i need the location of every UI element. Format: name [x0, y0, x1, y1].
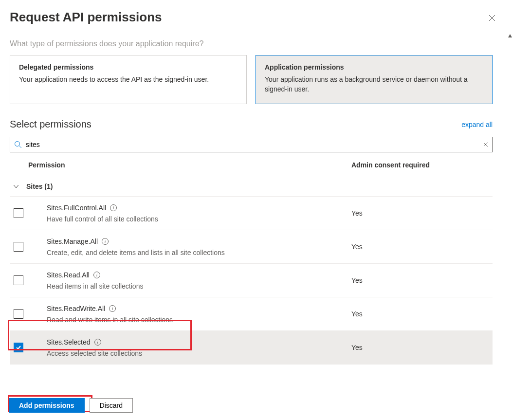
expand-all-link[interactable]: expand all	[461, 121, 493, 128]
permission-description: Read items in all site collections	[47, 282, 351, 290]
permission-description: Have full control of all site collection…	[47, 215, 351, 223]
discard-button[interactable]: Discard	[90, 398, 133, 413]
svg-point-0	[15, 142, 20, 146]
close-icon[interactable]	[487, 12, 497, 26]
info-icon[interactable]: i	[93, 272, 100, 278]
permission-name: Sites.Selected i	[47, 338, 101, 346]
permission-name: Sites.FullControl.All i	[47, 204, 117, 212]
permission-row: Sites.FullControl.All iHave full control…	[10, 197, 493, 230]
consent-required: Yes	[351, 276, 493, 284]
column-permission: Permission	[28, 161, 351, 169]
consent-required: Yes	[351, 209, 493, 217]
permission-description: Access selected site collections	[47, 349, 351, 357]
permission-row: Sites.Manage.All iCreate, edit, and dele…	[10, 230, 493, 264]
info-icon[interactable]: i	[109, 305, 116, 312]
permission-description: Read and write items in all site collect…	[47, 316, 351, 324]
application-desc: Your application runs as a background se…	[265, 75, 483, 94]
application-title: Application permissions	[265, 63, 483, 71]
permission-name: Sites.ReadWrite.All i	[47, 305, 116, 312]
column-consent: Admin consent required	[351, 161, 493, 169]
search-input[interactable]	[25, 137, 477, 152]
permission-row: Sites.ReadWrite.All iRead and write item…	[10, 297, 493, 331]
search-box[interactable]	[10, 137, 493, 152]
search-icon	[14, 141, 22, 148]
consent-required: Yes	[351, 310, 493, 318]
permission-checkbox[interactable]	[14, 208, 23, 218]
svg-line-1	[19, 146, 22, 148]
info-icon[interactable]: i	[94, 339, 101, 346]
select-permissions-label: Select permissions	[10, 119, 91, 130]
permission-checkbox[interactable]	[14, 309, 23, 319]
permission-row: Sites.Read.All iRead items in all site c…	[10, 264, 493, 297]
clear-search-icon[interactable]	[483, 141, 488, 148]
permission-checkbox[interactable]	[14, 343, 23, 352]
add-permissions-button[interactable]: Add permissions	[9, 398, 85, 413]
page-title: Request API permissions	[10, 10, 162, 25]
delegated-title: Delegated permissions	[19, 63, 238, 71]
info-icon[interactable]: i	[102, 238, 109, 245]
permission-row: Sites.Selected iAccess selected site col…	[10, 331, 493, 365]
table-header: Permission Admin consent required	[10, 156, 493, 173]
permission-name: Sites.Manage.All i	[47, 237, 109, 245]
permission-description: Create, edit, and delete items and lists…	[47, 249, 351, 256]
permission-type-question: What type of permissions does your appli…	[10, 39, 493, 48]
permission-checkbox[interactable]	[14, 242, 23, 252]
consent-required: Yes	[351, 243, 493, 251]
application-permissions-card[interactable]: Application permissions Your application…	[256, 55, 493, 104]
permission-checkbox[interactable]	[14, 275, 23, 285]
info-icon[interactable]: i	[110, 204, 117, 211]
consent-required: Yes	[351, 344, 493, 351]
group-sites[interactable]: Sites (1)	[10, 173, 493, 197]
scrollbar-arrow-icon[interactable]	[508, 34, 512, 40]
group-label: Sites (1)	[26, 183, 53, 190]
permission-name: Sites.Read.All i	[47, 271, 100, 279]
chevron-down-icon	[13, 183, 19, 190]
delegated-desc: Your application needs to access the API…	[19, 75, 238, 85]
delegated-permissions-card[interactable]: Delegated permissions Your application n…	[10, 55, 247, 104]
